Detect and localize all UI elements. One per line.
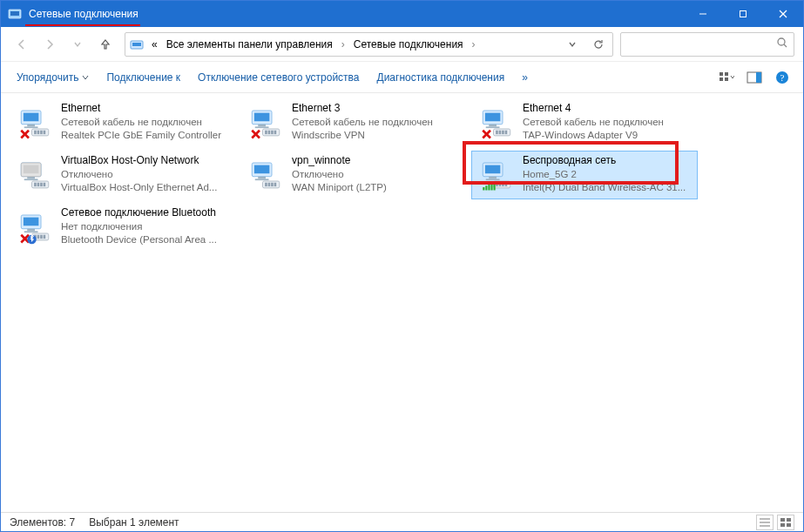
connection-name: vpn_winnote xyxy=(292,154,387,168)
svg-rect-105 xyxy=(787,518,791,522)
svg-rect-81 xyxy=(502,183,504,186)
adapter-icon xyxy=(245,154,287,196)
svg-rect-62 xyxy=(44,183,46,186)
app-icon xyxy=(8,7,22,21)
svg-rect-68 xyxy=(255,178,269,180)
svg-rect-19 xyxy=(24,113,39,122)
svg-rect-3 xyxy=(740,11,747,17)
disable-device-button[interactable]: Отключение сетевого устройства xyxy=(191,68,366,87)
svg-rect-10 xyxy=(720,72,723,76)
connection-name: Ethernet xyxy=(61,102,221,116)
network-connection-item[interactable]: Беспроводная сеть Home_5G 2 Intel(R) Dua… xyxy=(471,151,698,199)
adapter-icon xyxy=(14,154,56,196)
svg-rect-91 xyxy=(24,231,38,232)
svg-rect-13 xyxy=(725,77,728,81)
svg-rect-33 xyxy=(255,126,269,128)
adapter-icon xyxy=(14,102,56,144)
svg-line-9 xyxy=(784,44,787,47)
network-connection-item[interactable]: Ethernet Сетевой кабель не подключен Rea… xyxy=(10,98,236,147)
chevron-right-icon[interactable]: › xyxy=(470,38,477,51)
svg-rect-64 xyxy=(24,165,39,174)
svg-rect-61 xyxy=(40,183,43,186)
svg-rect-26 xyxy=(44,131,46,134)
forward-button[interactable] xyxy=(37,32,62,57)
search-input[interactable] xyxy=(620,32,794,57)
svg-point-8 xyxy=(778,38,785,45)
svg-rect-66 xyxy=(254,165,270,174)
svg-rect-31 xyxy=(254,113,270,122)
svg-rect-23 xyxy=(34,131,37,134)
svg-rect-85 xyxy=(488,185,490,191)
svg-rect-15 xyxy=(756,72,761,83)
svg-rect-57 xyxy=(24,178,38,180)
address-bar[interactable]: « Все элементы панели управления › Сетев… xyxy=(125,32,613,57)
svg-rect-80 xyxy=(499,183,502,186)
connection-status: Отключено xyxy=(61,168,217,181)
connection-name: Сетевое подключение Bluetooth xyxy=(61,206,217,220)
svg-rect-1 xyxy=(10,11,19,16)
help-button[interactable]: ? xyxy=(770,65,794,90)
svg-rect-60 xyxy=(37,183,40,186)
svg-rect-21 xyxy=(24,126,38,128)
chevron-right-icon[interactable]: › xyxy=(340,38,347,51)
toolbar-overflow-button[interactable]: » xyxy=(515,68,535,87)
svg-rect-75 xyxy=(485,165,501,174)
connection-status: Home_5G 2 xyxy=(523,168,686,181)
breadcrumb-item-2[interactable]: Сетевые подключения xyxy=(352,38,465,51)
address-icon xyxy=(129,37,145,52)
svg-rect-50 xyxy=(505,131,508,134)
details-view-button[interactable] xyxy=(756,515,774,530)
svg-rect-43 xyxy=(485,113,501,122)
connection-name: Ethernet 3 xyxy=(292,102,433,116)
svg-rect-72 xyxy=(271,183,274,186)
network-connection-item[interactable]: Сетевое подключение Bluetooth Нет подклю… xyxy=(10,203,236,252)
preview-pane-button[interactable] xyxy=(742,65,767,90)
maximize-button[interactable] xyxy=(723,1,763,27)
diagnose-button[interactable]: Диагностика подключения xyxy=(370,68,512,87)
svg-rect-35 xyxy=(265,131,267,134)
up-button[interactable] xyxy=(93,32,118,57)
svg-rect-83 xyxy=(483,187,484,191)
svg-rect-45 xyxy=(486,126,500,128)
close-button[interactable] xyxy=(763,1,803,27)
navigation-bar: « Все элементы панели управления › Сетев… xyxy=(1,27,803,62)
svg-rect-48 xyxy=(499,131,502,134)
svg-rect-95 xyxy=(40,235,43,239)
svg-rect-86 xyxy=(490,183,492,191)
breadcrumb-item-1[interactable]: Все элементы панели управления xyxy=(165,38,334,51)
svg-rect-44 xyxy=(489,125,497,127)
adapter-icon xyxy=(476,102,517,144)
organize-button[interactable]: Упорядочить xyxy=(10,68,96,87)
connection-device: WAN Miniport (L2TP) xyxy=(292,181,387,194)
svg-rect-96 xyxy=(44,235,46,239)
content-area[interactable]: Ethernet Сетевой кабель не подключен Rea… xyxy=(1,93,803,512)
svg-rect-77 xyxy=(486,178,500,180)
address-dropdown-button[interactable] xyxy=(562,34,583,55)
back-button[interactable] xyxy=(10,32,34,57)
search-icon xyxy=(776,37,788,51)
large-icons-view-button[interactable] xyxy=(777,515,794,530)
refresh-button[interactable] xyxy=(588,34,609,55)
network-connection-item[interactable]: vpn_winnote Отключено WAN Miniport (L2TP… xyxy=(240,151,467,199)
network-connection-item[interactable]: VirtualBox Host-Only Network Отключено V… xyxy=(10,151,236,199)
minimize-button[interactable] xyxy=(683,1,723,27)
adapter-icon xyxy=(476,154,517,196)
svg-rect-20 xyxy=(27,125,35,127)
svg-rect-106 xyxy=(780,523,785,527)
connection-device: Realtek PCIe GbE Family Controller xyxy=(61,129,221,142)
network-connection-item[interactable]: Ethernet 4 Сетевой кабель не подключен T… xyxy=(471,98,698,147)
connection-status: Сетевой кабель не подключен xyxy=(292,116,433,129)
svg-rect-38 xyxy=(274,131,277,134)
connect-to-button[interactable]: Подключение к xyxy=(99,68,187,87)
chevron-down-icon xyxy=(82,74,89,81)
network-connection-item[interactable]: Ethernet 3 Сетевой кабель не подключен W… xyxy=(240,98,467,147)
svg-rect-73 xyxy=(274,183,277,186)
svg-rect-47 xyxy=(496,131,498,134)
svg-rect-104 xyxy=(780,518,785,522)
recent-locations-button[interactable] xyxy=(65,32,90,57)
svg-rect-84 xyxy=(485,185,487,190)
svg-rect-94 xyxy=(37,235,40,239)
view-options-button[interactable] xyxy=(714,65,739,90)
connection-name: Ethernet 4 xyxy=(523,102,664,116)
svg-rect-79 xyxy=(496,183,498,186)
